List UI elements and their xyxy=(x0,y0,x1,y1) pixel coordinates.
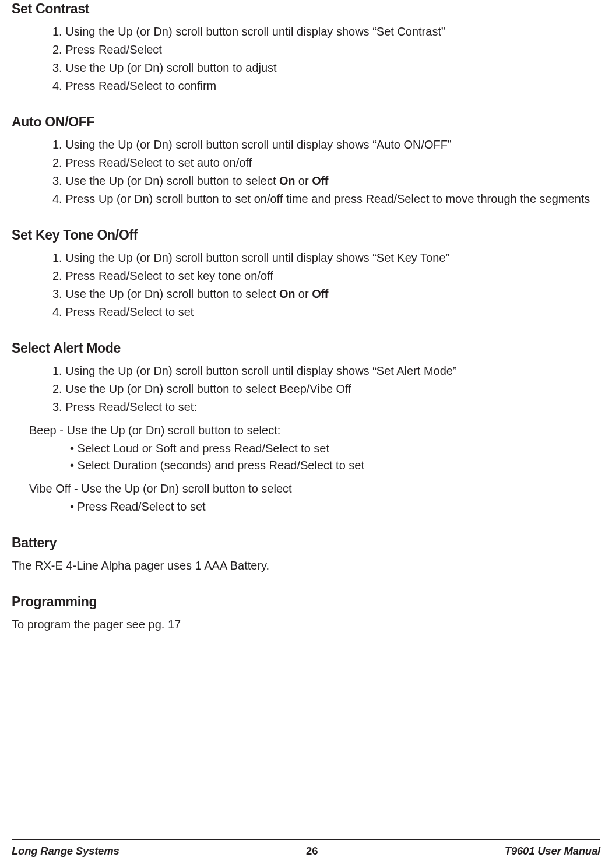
step: 3. Press Read/Select to set: xyxy=(52,398,600,416)
page-footer: Long Range Systems 26 T9601 User Manual xyxy=(12,839,600,858)
bullet: • Select Duration (seconds) and press Re… xyxy=(70,457,600,474)
bullet: • Press Read/Select to set xyxy=(70,498,600,515)
step-text: Use the Up (or Dn) scroll button to adju… xyxy=(65,61,276,74)
heading-key-tone: Set Key Tone On/Off xyxy=(12,227,600,243)
beep-bullets: • Select Loud or Soft and press Read/Sel… xyxy=(12,440,600,474)
heading-programming: Programming xyxy=(12,594,600,610)
step: 1. Using the Up (or Dn) scroll button sc… xyxy=(52,249,600,266)
step-text: Press Read/Select to set key tone on/off xyxy=(65,269,273,282)
step-text: or xyxy=(295,174,312,187)
vibe-intro: Vibe Off - Use the Up (or Dn) scroll but… xyxy=(12,480,600,497)
heading-alert-mode: Select Alert Mode xyxy=(12,340,600,356)
section-key-tone: Set Key Tone On/Off 1. Using the Up (or … xyxy=(12,227,600,321)
bold-on: On xyxy=(279,174,295,187)
step: 4. Press Read/Select to set xyxy=(52,303,600,321)
heading-set-contrast: Set Contrast xyxy=(12,1,600,17)
steps-auto-on-off: 1. Using the Up (or Dn) scroll button sc… xyxy=(12,136,600,208)
step: 2. Press Read/Select xyxy=(52,41,600,58)
steps-alert-mode: 1. Using the Up (or Dn) scroll button sc… xyxy=(12,362,600,416)
section-battery: Battery The RX-E 4-Line Alpha pager uses… xyxy=(12,535,600,574)
step-text: Using the Up (or Dn) scroll button scrol… xyxy=(65,364,456,377)
step-text: Using the Up (or Dn) scroll button scrol… xyxy=(65,25,445,38)
battery-text: The RX-E 4-Line Alpha pager uses 1 AAA B… xyxy=(12,557,600,574)
step-text: Use the Up (or Dn) scroll button to sele… xyxy=(65,382,351,395)
section-set-contrast: Set Contrast 1. Using the Up (or Dn) scr… xyxy=(12,1,600,94)
step-text: Press Read/Select xyxy=(65,43,162,56)
step-text: or xyxy=(295,287,312,300)
step-text: Using the Up (or Dn) scroll button scrol… xyxy=(65,251,449,264)
bold-on: On xyxy=(279,287,295,300)
bullet: • Select Loud or Soft and press Read/Sel… xyxy=(70,440,600,457)
step: 1. Using the Up (or Dn) scroll button sc… xyxy=(52,136,600,153)
heading-auto-on-off: Auto ON/OFF xyxy=(12,114,600,130)
bold-off: Off xyxy=(312,287,328,300)
step-text: Use the Up (or Dn) scroll button to sele… xyxy=(65,287,279,300)
step-text: Press Read/Select to set xyxy=(65,305,194,318)
step: 1. Using the Up (or Dn) scroll button sc… xyxy=(52,23,600,40)
beep-intro: Beep - Use the Up (or Dn) scroll button … xyxy=(12,421,600,439)
step-text: Press Up (or Dn) scroll button to set on… xyxy=(65,192,590,205)
step-text: Press Read/Select to set auto on/off xyxy=(65,156,252,169)
step: 2. Press Read/Select to set auto on/off xyxy=(52,154,600,171)
step-text: Press Read/Select to set: xyxy=(65,400,197,413)
section-alert-mode: Select Alert Mode 1. Using the Up (or Dn… xyxy=(12,340,600,515)
section-auto-on-off: Auto ON/OFF 1. Using the Up (or Dn) scro… xyxy=(12,114,600,208)
step: 3. Use the Up (or Dn) scroll button to a… xyxy=(52,59,600,76)
steps-set-contrast: 1. Using the Up (or Dn) scroll button sc… xyxy=(12,23,600,94)
step: 4. Press Read/Select to confirm xyxy=(52,77,600,94)
step: 3. Use the Up (or Dn) scroll button to s… xyxy=(52,172,600,189)
vibe-bullets: • Press Read/Select to set xyxy=(12,498,600,515)
steps-key-tone: 1. Using the Up (or Dn) scroll button sc… xyxy=(12,249,600,321)
step-text: Press Read/Select to confirm xyxy=(65,79,216,92)
step: 2. Use the Up (or Dn) scroll button to s… xyxy=(52,380,600,398)
step: 3. Use the Up (or Dn) scroll button to s… xyxy=(52,285,600,303)
section-programming: Programming To program the pager see pg.… xyxy=(12,594,600,633)
footer-right: T9601 User Manual xyxy=(505,845,600,858)
step-text: Use the Up (or Dn) scroll button to sele… xyxy=(65,174,279,187)
footer-left: Long Range Systems xyxy=(12,845,119,858)
heading-battery: Battery xyxy=(12,535,600,551)
footer-page-number: 26 xyxy=(306,845,318,858)
programming-text: To program the pager see pg. 17 xyxy=(12,616,600,633)
step: 4. Press Up (or Dn) scroll button to set… xyxy=(52,190,600,208)
step-text: Using the Up (or Dn) scroll button scrol… xyxy=(65,138,451,151)
step: 2. Press Read/Select to set key tone on/… xyxy=(52,267,600,284)
bold-off: Off xyxy=(312,174,328,187)
step: 1. Using the Up (or Dn) scroll button sc… xyxy=(52,362,600,379)
